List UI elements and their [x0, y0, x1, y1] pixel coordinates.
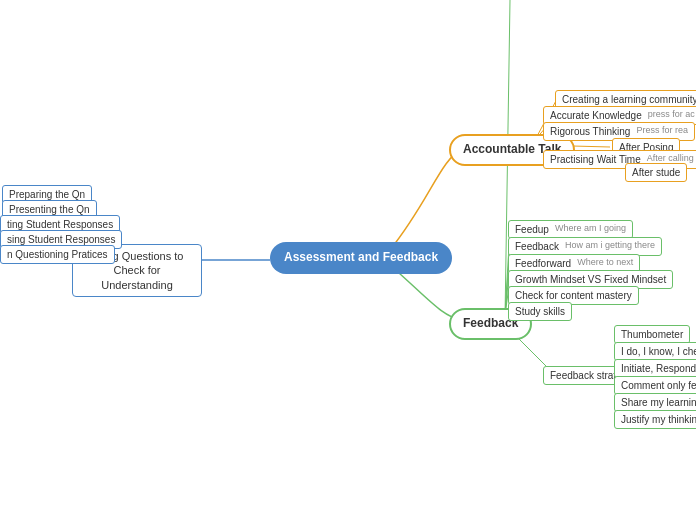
central-node: Assessment and Feedback	[270, 242, 452, 274]
fb-item-6: Study skills	[508, 302, 572, 321]
strategy-item-6: Justify my thinking	[614, 410, 696, 429]
acc-item-6: After stude	[625, 163, 687, 182]
left-item-5: n Questioning Pratices	[0, 245, 115, 264]
